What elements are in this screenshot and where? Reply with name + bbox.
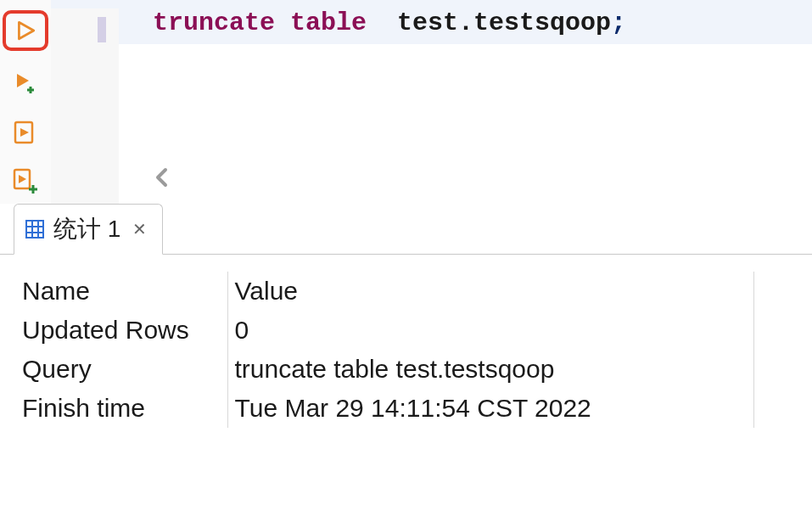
execute-script-new-button[interactable] bbox=[8, 165, 42, 199]
svg-marker-1 bbox=[17, 74, 29, 87]
sql-line[interactable]: truncate table test.testsqoop; bbox=[51, 0, 812, 44]
cell-value: Tue Mar 29 14:11:54 CST 2022 bbox=[227, 389, 753, 428]
script-play-icon bbox=[13, 120, 38, 145]
table-row[interactable]: Updated Rows 0 bbox=[15, 311, 778, 350]
cell-value: truncate table test.testsqoop bbox=[227, 350, 753, 389]
tab-statistics[interactable]: 统计 1 ✕ bbox=[14, 204, 163, 255]
editor-gutter bbox=[51, 8, 119, 44]
column-header-name[interactable]: Name bbox=[15, 272, 227, 311]
table-row[interactable]: Finish time Tue Mar 29 14:11:54 CST 2022 bbox=[15, 389, 778, 428]
script-play-plus-icon bbox=[12, 168, 39, 195]
sql-terminator: ; bbox=[611, 8, 626, 37]
tab-label: 统计 1 bbox=[53, 213, 120, 245]
svg-rect-10 bbox=[26, 221, 43, 238]
sql-keyword: truncate bbox=[153, 8, 275, 37]
cell-name: Updated Rows bbox=[15, 311, 227, 350]
column-header-value[interactable]: Value bbox=[227, 272, 753, 311]
collapse-chevron-icon[interactable] bbox=[153, 166, 171, 188]
editor-section: truncate table test.testsqoop; bbox=[0, 0, 812, 204]
svg-marker-7 bbox=[19, 175, 26, 183]
execute-script-button[interactable] bbox=[8, 115, 42, 149]
results-table: Name Value Updated Rows 0 Query truncate… bbox=[15, 272, 778, 428]
cell-name: Finish time bbox=[15, 389, 227, 428]
cell-name: Query bbox=[15, 350, 227, 389]
column-header-empty bbox=[753, 272, 778, 311]
sql-keyword: table bbox=[290, 8, 367, 37]
grid-icon bbox=[25, 219, 45, 239]
table-row[interactable]: Query truncate table test.testsqoop bbox=[15, 350, 778, 389]
close-icon[interactable]: ✕ bbox=[132, 219, 147, 239]
sql-toolbar bbox=[0, 0, 51, 204]
svg-marker-5 bbox=[20, 128, 29, 137]
table-header-row: Name Value bbox=[15, 272, 778, 311]
results-tab-strip: 统计 1 ✕ bbox=[0, 204, 812, 255]
editor-gutter bbox=[51, 44, 119, 204]
cell-value: 0 bbox=[227, 311, 753, 350]
execute-new-button[interactable] bbox=[8, 66, 42, 100]
cursor-marker bbox=[98, 17, 106, 42]
play-icon bbox=[14, 20, 36, 42]
execute-button[interactable] bbox=[3, 10, 48, 51]
sql-identifier: test.testsqoop bbox=[367, 8, 611, 37]
play-plus-icon bbox=[14, 71, 37, 95]
sql-editor[interactable]: truncate table test.testsqoop; bbox=[51, 0, 812, 204]
svg-marker-0 bbox=[19, 22, 33, 39]
results-panel: Name Value Updated Rows 0 Query truncate… bbox=[0, 255, 812, 522]
sql-code[interactable]: truncate table test.testsqoop; bbox=[119, 8, 626, 37]
